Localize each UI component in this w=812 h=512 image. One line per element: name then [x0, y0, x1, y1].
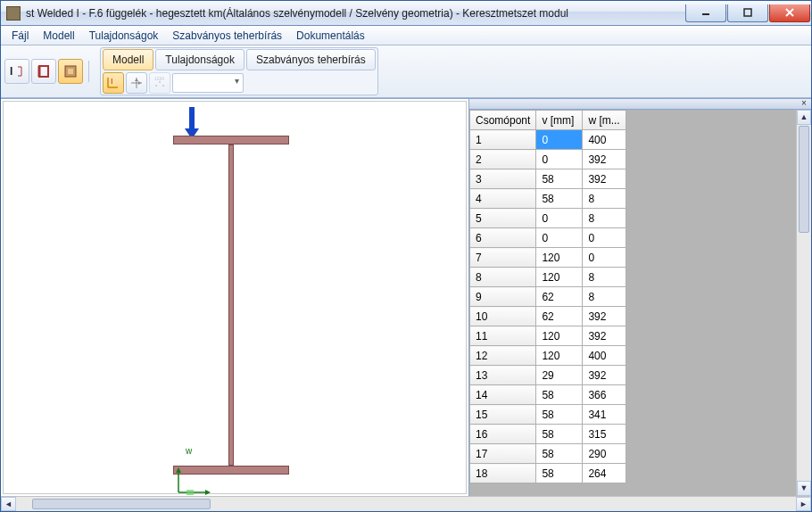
cell-w[interactable]: 290	[583, 444, 626, 464]
cell-w[interactable]: 400	[583, 130, 626, 150]
cell-w[interactable]: 0	[583, 228, 626, 248]
table-row[interactable]: 4588	[470, 189, 626, 209]
cell-w[interactable]: 8	[583, 209, 626, 228]
table-row[interactable]: 10400	[470, 130, 626, 150]
cell-index[interactable]: 10	[470, 307, 536, 326]
tool-arrows-icon[interactable]	[126, 72, 147, 94]
cell-index[interactable]: 5	[470, 209, 536, 228]
cell-w[interactable]: 392	[583, 326, 626, 346]
table-row[interactable]: 1458366	[470, 385, 626, 405]
col-header-v[interactable]: v [mm]	[536, 111, 583, 130]
table-row[interactable]: 1329392	[470, 366, 626, 385]
menu-file[interactable]: Fájl	[4, 26, 36, 45]
cell-index[interactable]: 13	[470, 366, 536, 385]
cell-w[interactable]: 341	[583, 405, 626, 425]
cell-index[interactable]: 1	[470, 130, 536, 150]
cell-index[interactable]: 14	[470, 385, 536, 405]
table-row[interactable]: 9628	[470, 287, 626, 307]
hscroll-right-button[interactable]: ►	[796, 497, 811, 511]
cell-v[interactable]: 62	[536, 287, 583, 307]
tool-axis-icon[interactable]: I	[103, 72, 124, 94]
cell-v[interactable]: 58	[536, 405, 583, 425]
canvas[interactable]: w	[3, 101, 467, 494]
cell-v[interactable]: 58	[536, 464, 583, 483]
cell-index[interactable]: 9	[470, 287, 536, 307]
cell-w[interactable]: 0	[583, 248, 626, 268]
menu-doc[interactable]: Dokumentálás	[289, 26, 372, 45]
cell-index[interactable]: 12	[470, 346, 536, 366]
table-row[interactable]: 12120400	[470, 346, 626, 366]
cell-index[interactable]: 7	[470, 248, 536, 268]
cell-v[interactable]: 120	[536, 346, 583, 366]
cell-v[interactable]: 58	[536, 425, 583, 444]
tool-section-box[interactable]	[58, 59, 83, 84]
tab-model[interactable]: Modell	[103, 49, 153, 70]
cell-v[interactable]: 58	[536, 169, 583, 189]
menu-properties[interactable]: Tulajdonságok	[82, 26, 166, 45]
table-row[interactable]: 508	[470, 209, 626, 228]
cell-v[interactable]: 0	[536, 228, 583, 248]
cell-index[interactable]: 2	[470, 150, 536, 169]
cell-w[interactable]: 392	[583, 366, 626, 385]
cell-w[interactable]: 400	[583, 346, 626, 366]
cell-index[interactable]: 16	[470, 425, 536, 444]
menu-standard[interactable]: Szabványos teherbírás	[165, 26, 289, 45]
tool-section-c[interactable]	[31, 59, 56, 84]
cell-index[interactable]: 6	[470, 228, 536, 248]
table-row[interactable]: 600	[470, 228, 626, 248]
cell-v[interactable]: 120	[536, 248, 583, 268]
cell-index[interactable]: 11	[470, 326, 536, 346]
cell-v[interactable]: 120	[536, 326, 583, 346]
table-row[interactable]: 1758290	[470, 444, 626, 464]
table-row[interactable]: 1558341	[470, 405, 626, 425]
col-header-w[interactable]: w [m...	[583, 111, 626, 130]
scroll-thumb[interactable]	[799, 126, 809, 233]
cell-v[interactable]: 120	[536, 268, 583, 287]
cell-w[interactable]: 264	[583, 464, 626, 483]
cell-w[interactable]: 8	[583, 268, 626, 287]
maximize-button[interactable]	[727, 4, 768, 22]
tab-standard[interactable]: Szabványos teherbírás	[246, 49, 376, 70]
hscroll-left-button[interactable]: ◄	[1, 497, 16, 511]
cell-v[interactable]: 0	[536, 209, 583, 228]
minimize-button[interactable]	[685, 4, 726, 22]
tool-numbering-icon[interactable]: 1234	[149, 72, 170, 94]
cell-v[interactable]: 0	[536, 150, 583, 169]
close-button[interactable]	[769, 4, 810, 22]
table-row[interactable]: 1062392	[470, 307, 626, 326]
cell-index[interactable]: 3	[470, 169, 536, 189]
table-row[interactable]: 20392	[470, 150, 626, 169]
cell-w[interactable]: 366	[583, 385, 626, 405]
menu-model[interactable]: Modell	[36, 26, 81, 45]
tool-dropdown[interactable]	[172, 73, 244, 93]
cell-w[interactable]: 8	[583, 287, 626, 307]
cell-w[interactable]: 8	[583, 189, 626, 209]
cell-index[interactable]: 4	[470, 189, 536, 209]
cell-w[interactable]: 392	[583, 169, 626, 189]
cell-v[interactable]: 0	[536, 130, 583, 150]
nodes-table[interactable]: Csomópont v [mm] w [m... 104002039235839…	[469, 110, 626, 483]
table-row[interactable]: 1858264	[470, 464, 626, 483]
col-header-node[interactable]: Csomópont	[470, 111, 536, 130]
tool-section-i[interactable]: I	[4, 59, 29, 84]
cell-index[interactable]: 18	[470, 464, 536, 483]
cell-index[interactable]: 17	[470, 444, 536, 464]
hscroll-track[interactable]	[16, 497, 796, 511]
cell-v[interactable]: 58	[536, 189, 583, 209]
cell-index[interactable]: 8	[470, 268, 536, 287]
pane-close-button[interactable]: ×	[799, 99, 809, 110]
horizontal-scrollbar[interactable]: ◄ ►	[1, 496, 811, 511]
table-row[interactable]: 81208	[470, 268, 626, 287]
table-row[interactable]: 71200	[470, 248, 626, 268]
cell-w[interactable]: 392	[583, 307, 626, 326]
cell-w[interactable]: 392	[583, 150, 626, 169]
vertical-scrollbar[interactable]: ▲ ▼	[796, 110, 811, 496]
cell-index[interactable]: 15	[470, 405, 536, 425]
cell-v[interactable]: 29	[536, 366, 583, 385]
tab-properties[interactable]: Tulajdonságok	[155, 49, 244, 70]
scroll-up-button[interactable]: ▲	[797, 110, 811, 125]
cell-w[interactable]: 315	[583, 425, 626, 444]
table-row[interactable]: 358392	[470, 169, 626, 189]
hscroll-thumb[interactable]	[32, 499, 211, 509]
scroll-down-button[interactable]: ▼	[797, 481, 811, 496]
